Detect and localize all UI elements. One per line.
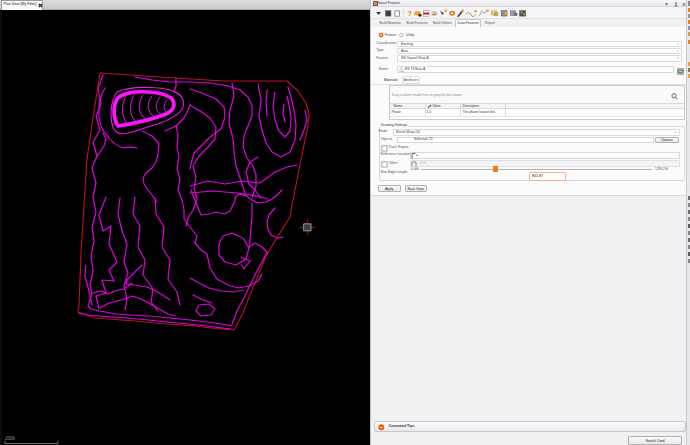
svg-text:?: ? bbox=[407, 10, 412, 18]
svg-text:200ft: 200ft bbox=[5, 436, 16, 441]
